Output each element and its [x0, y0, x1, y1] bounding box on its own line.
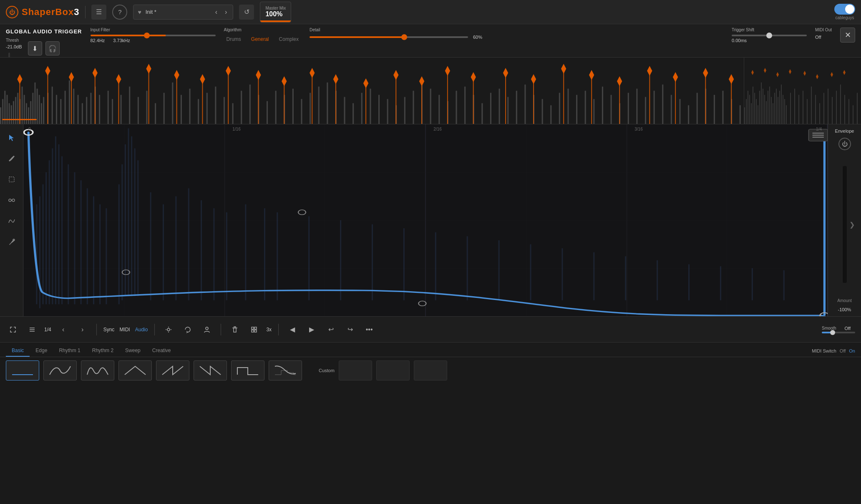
svg-rect-63: [344, 97, 345, 124]
svg-rect-18: [37, 89, 38, 124]
svg-point-292: [167, 328, 170, 331]
shape-sine2-button[interactable]: [81, 360, 114, 381]
svg-rect-107: [722, 91, 723, 124]
midi-out-value: Off: [815, 35, 832, 40]
svg-rect-142: [447, 70, 448, 124]
midi-switch-on[interactable]: On: [849, 348, 855, 353]
algo-drums-button[interactable]: Drums: [224, 35, 244, 43]
svg-rect-36: [112, 99, 113, 124]
waveform-mini[interactable]: [744, 58, 861, 124]
help-button[interactable]: ?: [112, 5, 127, 20]
svg-rect-140: [421, 81, 422, 124]
shape-triangle-button[interactable]: [118, 360, 152, 381]
tab-basic[interactable]: Basic: [6, 345, 30, 357]
tab-creative[interactable]: Creative: [146, 345, 177, 357]
svg-rect-0: [0, 58, 744, 124]
custom-shape-1[interactable]: [339, 360, 372, 381]
reload-button[interactable]: ↺: [239, 5, 254, 20]
pencil-tool-button[interactable]: [4, 151, 19, 166]
redo-button[interactable]: ↪: [343, 323, 357, 337]
menu-button[interactable]: ☰: [91, 5, 106, 20]
smooth-slider[interactable]: [822, 332, 855, 333]
preset-next-button[interactable]: ›: [223, 8, 229, 16]
tab-rhythm2[interactable]: Rhythm 2: [86, 345, 119, 357]
selection-tool-button[interactable]: [4, 172, 19, 187]
person-button[interactable]: [200, 323, 214, 337]
tab-rhythm1[interactable]: Rhythm 1: [53, 345, 86, 357]
detail-slider[interactable]: [310, 36, 468, 38]
waveform-main[interactable]: [0, 58, 744, 124]
tab-edge[interactable]: Edge: [30, 345, 53, 357]
trigger-icons: ⬇ 🎧: [28, 41, 60, 55]
audio-label[interactable]: Audio: [135, 327, 148, 333]
input-filter-slider[interactable]: [91, 35, 216, 36]
shape-flat-button[interactable]: [6, 360, 39, 381]
algorithm-label: Algorithm: [224, 28, 301, 32]
svg-rect-74: [438, 95, 440, 124]
grid-button[interactable]: [247, 323, 261, 337]
svg-rect-173: [756, 99, 757, 124]
toggle-knob: [845, 5, 854, 14]
link-tool-button[interactable]: [4, 193, 19, 208]
svg-rect-243: [61, 156, 63, 305]
settings-button[interactable]: [161, 323, 176, 337]
svg-rect-296: [254, 327, 257, 329]
svg-rect-103: [688, 105, 689, 124]
next-button[interactable]: ›: [76, 323, 90, 337]
rewind-button[interactable]: ◀: [285, 323, 300, 337]
undo-button[interactable]: ↩: [324, 323, 338, 337]
algo-general-button[interactable]: General: [249, 35, 272, 43]
svg-rect-61: [327, 83, 328, 124]
preset-prev-button[interactable]: ‹: [214, 8, 219, 16]
algo-complex-button[interactable]: Complex: [277, 35, 301, 43]
toggle-switch[interactable]: [834, 4, 855, 15]
svg-rect-96: [628, 93, 629, 124]
close-trigger-button[interactable]: ✕: [840, 28, 855, 43]
shape-sine-button[interactable]: [43, 360, 77, 381]
svg-rect-118: [118, 78, 119, 124]
lines-icon-button[interactable]: [25, 323, 39, 337]
trigger-shift-slider[interactable]: [732, 35, 807, 36]
multi-label[interactable]: 3x: [266, 327, 272, 333]
delete-button[interactable]: [228, 323, 242, 337]
headphone-icon-button[interactable]: 🎧: [45, 41, 60, 55]
svg-rect-104: [697, 93, 698, 124]
svg-rect-156: [649, 70, 650, 124]
play-button[interactable]: ▶: [305, 323, 319, 337]
tab-sweep[interactable]: Sweep: [119, 345, 146, 357]
expand-button[interactable]: [6, 323, 20, 337]
shape-steps-button[interactable]: [269, 360, 302, 381]
svg-rect-24: [56, 95, 57, 124]
prev-button[interactable]: ‹: [56, 323, 70, 337]
cableguys-logo: cableguys: [834, 4, 855, 20]
preset-selector[interactable]: ♥ Init * ‹ ›: [133, 5, 233, 20]
svg-rect-170: [751, 103, 752, 124]
svg-rect-132: [312, 72, 312, 124]
midi-switch-off[interactable]: Off: [840, 348, 846, 353]
svg-rect-35: [108, 91, 109, 124]
svg-rect-122: [176, 74, 177, 124]
master-mix: Master Mix 100%: [260, 2, 291, 23]
curve-tool-button[interactable]: [4, 214, 19, 229]
pen-tool-button[interactable]: [4, 234, 19, 249]
input-icon-button[interactable]: ⬇: [28, 41, 42, 55]
loop-button[interactable]: [181, 323, 195, 337]
envelope-power-button[interactable]: ⏻: [838, 138, 851, 150]
svg-rect-59: [310, 93, 311, 124]
envelope-chevron[interactable]: ❯: [849, 220, 855, 228]
svg-rect-169: [749, 95, 750, 124]
sync-label[interactable]: Sync: [103, 327, 115, 333]
svg-rect-134: [335, 78, 336, 124]
custom-shape-2[interactable]: [376, 360, 410, 381]
power-button[interactable]: ⏻: [6, 6, 18, 18]
shape-sawtooth-button[interactable]: [156, 360, 189, 381]
svg-rect-279: [657, 260, 658, 300]
custom-shape-3[interactable]: [414, 360, 447, 381]
midi-label[interactable]: MIDI: [119, 327, 130, 333]
more-button[interactable]: •••: [362, 323, 376, 337]
waveform-mini-svg: [744, 58, 861, 124]
shaper-canvas[interactable]: 0 1/16 2/16 3/16 1/4 21.1k[Hz] 659 20.6: [23, 124, 828, 316]
shape-ramp-button[interactable]: [194, 360, 227, 381]
shape-pulse-button[interactable]: [231, 360, 264, 381]
pointer-tool-button[interactable]: [4, 130, 19, 145]
